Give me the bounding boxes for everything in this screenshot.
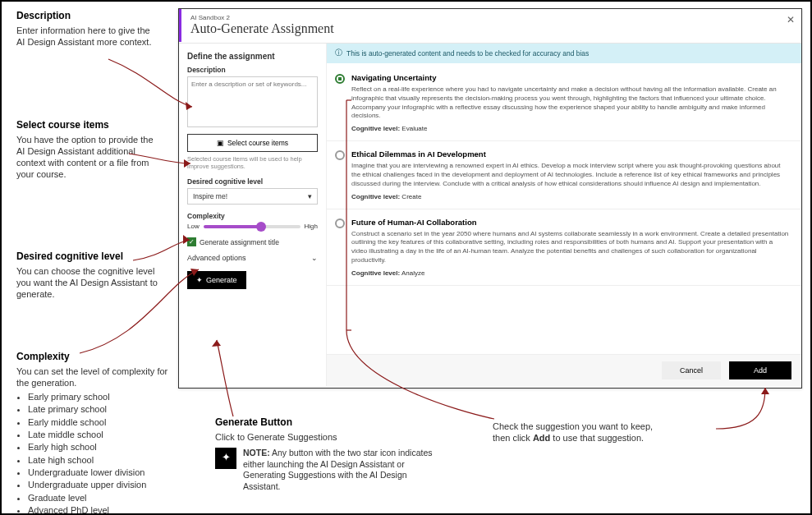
generate-title-row[interactable]: ✓ Generate assignment title: [187, 237, 318, 246]
generate-title-label: Generate assignment title: [200, 238, 279, 246]
annot-description-h: Description: [16, 10, 156, 23]
footer: Cancel Add: [327, 354, 801, 386]
generate-button-label: Generate: [206, 276, 237, 284]
list-item: Advanced PhD level: [28, 504, 181, 515]
list-item: Early high school: [28, 441, 181, 453]
info-text: This is auto-generated content and needs…: [346, 49, 589, 57]
annot-check-p2: then click Add to use that suggestion.: [493, 432, 723, 444]
slider-thumb[interactable]: [256, 222, 266, 232]
define-panel: Define the assignment Description ▣ Sele…: [179, 44, 327, 386]
annot-check: Check the suggestion you want to keep, t…: [493, 421, 723, 444]
result-title: Navigating Uncertainty: [351, 73, 790, 82]
cognitive-level-select[interactable]: Inspire me! ▾: [187, 188, 318, 205]
close-icon[interactable]: ✕: [787, 14, 795, 25]
result-radio[interactable]: [335, 150, 345, 160]
define-heading: Define the assignment: [187, 52, 318, 61]
annot-select-items-p: You have the option to provide the AI De…: [16, 134, 160, 181]
result-title: Ethical Dilemmas in AI Development: [351, 149, 790, 159]
complexity-label: Complexity: [187, 212, 318, 220]
list-item: Late middle school: [28, 429, 181, 440]
list-item: Undergraduate lower division: [28, 467, 181, 478]
annot-cog-level-p: You can choose the cognitive level you w…: [16, 265, 160, 301]
select-course-items-button[interactable]: ▣ Select course items: [187, 134, 318, 152]
complexity-high: High: [305, 223, 318, 230]
annot-complexity-h: Complexity: [16, 351, 181, 364]
result-item[interactable]: Future of Human-AI Collaboration Constru…: [327, 209, 801, 286]
annot-description-p: Enter information here to give the AI De…: [16, 25, 156, 48]
info-icon: ⓘ: [335, 48, 342, 58]
page-title: Auto-Generate Assignment: [190, 21, 790, 36]
result-item[interactable]: Navigating Uncertainty Reflect on a real…: [327, 65, 801, 141]
add-button[interactable]: Add: [729, 361, 791, 379]
annot-generate-p: Click to Generate Suggestions: [215, 431, 437, 443]
result-radio[interactable]: [335, 218, 345, 228]
info-bar: ⓘ This is auto-generated content and nee…: [327, 44, 801, 63]
list-item: Graduate level: [28, 492, 181, 504]
result-cog-level: Cognitive level: Analyze: [351, 269, 790, 277]
app-header: AI Sandbox 2 Auto-Generate Assignment: [179, 9, 801, 44]
complexity-slider-row: Low High: [187, 223, 318, 230]
complexity-low: Low: [187, 223, 200, 230]
list-item: Late high school: [28, 454, 181, 466]
chevron-down-icon: ▾: [308, 192, 312, 200]
list-item: Early primary school: [28, 391, 181, 402]
select-course-items-label: Select course items: [227, 139, 288, 147]
sparkle-icon: ✦: [215, 448, 236, 469]
list-item: Late primary school: [28, 403, 181, 415]
annot-check-p1: Check the suggestion you want to keep,: [493, 421, 723, 432]
breadcrumb[interactable]: AI Sandbox 2: [190, 14, 790, 21]
chevron-down-icon: ⌄: [311, 254, 318, 262]
complexity-slider[interactable]: [204, 225, 300, 228]
annot-generate-note: NOTE: Any button with the two star icon …: [243, 448, 437, 493]
result-item[interactable]: Ethical Dilemmas in AI Development Imagi…: [327, 141, 801, 209]
list-item: Early middle school: [28, 416, 181, 428]
annot-select-items: Select course items You have the option …: [16, 119, 160, 181]
description-input[interactable]: [187, 76, 318, 127]
annot-select-items-h: Select course items: [16, 119, 160, 132]
app-window: ✕ AI Sandbox 2 Auto-Generate Assignment …: [178, 8, 802, 389]
annot-complexity-p: You can set the level of complexity for …: [16, 366, 181, 389]
annot-generate: Generate Button Click to Generate Sugges…: [215, 416, 437, 492]
sparkle-icon: ✦: [196, 276, 203, 284]
cognitive-level-value: Inspire me!: [193, 192, 227, 200]
advanced-options-label: Advanced options: [187, 254, 246, 262]
annot-cog-level: Desired cognitive level You can choose t…: [16, 251, 160, 300]
result-desc: Construct a scenario set in the year 205…: [351, 230, 790, 265]
result-desc: Imagine that you are interviewing a reno…: [351, 162, 790, 188]
result-title: Future of Human-AI Collaboration: [351, 218, 790, 227]
generate-title-checkbox[interactable]: ✓: [187, 237, 196, 246]
list-item: Undergraduate upper division: [28, 479, 181, 490]
select-help-text: Selected course items will be used to he…: [187, 155, 318, 170]
results-panel: ⓘ This is auto-generated content and nee…: [327, 44, 801, 386]
complexity-levels-list: Early primary school Late primary school…: [16, 391, 181, 515]
cognitive-level-label: Desired cognitive level: [187, 177, 318, 186]
generate-button[interactable]: ✦ Generate: [187, 271, 246, 289]
annot-description: Description Enter information here to gi…: [16, 10, 156, 48]
description-label: Description: [187, 66, 318, 74]
cancel-button[interactable]: Cancel: [662, 361, 721, 379]
accent-bar: [179, 9, 181, 42]
advanced-options-toggle[interactable]: Advanced options ⌄: [187, 254, 318, 262]
annot-generate-h: Generate Button: [215, 416, 437, 430]
result-desc: Reflect on a real-life experience where …: [351, 85, 790, 121]
result-radio[interactable]: [335, 74, 345, 84]
course-items-icon: ▣: [217, 139, 224, 147]
result-cog-level: Cognitive level: Create: [351, 193, 790, 200]
results-list: Navigating Uncertainty Reflect on a real…: [327, 63, 801, 354]
annot-complexity: Complexity You can set the level of comp…: [16, 351, 181, 515]
svg-marker-8: [761, 388, 769, 394]
annot-cog-level-h: Desired cognitive level: [16, 251, 160, 264]
result-cog-level: Cognitive level: Evaluate: [351, 125, 790, 132]
